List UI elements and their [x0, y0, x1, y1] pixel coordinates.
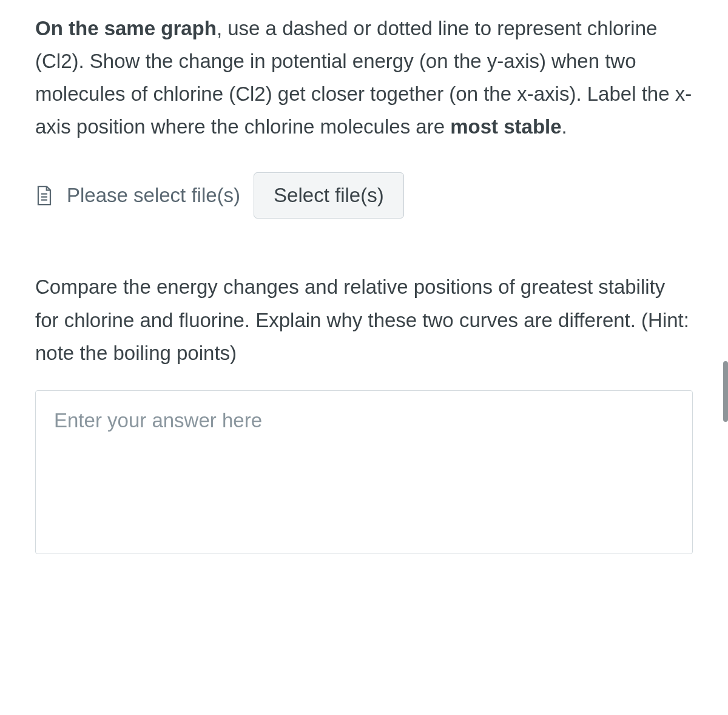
file-icon	[35, 185, 53, 206]
select-file-button[interactable]: Select file(s)	[254, 172, 404, 219]
question-2-text: Compare the energy changes and relative …	[35, 271, 693, 369]
question-1-text: On the same graph, use a dashed or dotte…	[35, 12, 693, 143]
file-upload-label: Please select file(s)	[67, 184, 240, 207]
file-upload-row: Please select file(s) Select file(s)	[35, 172, 693, 219]
question-1-bold-1: On the same graph	[35, 17, 217, 39]
scrollbar-thumb[interactable]	[723, 361, 728, 422]
question-1-part-4: .	[562, 115, 567, 138]
question-1-bold-2: most stable	[450, 115, 561, 138]
answer-input[interactable]	[35, 390, 693, 554]
